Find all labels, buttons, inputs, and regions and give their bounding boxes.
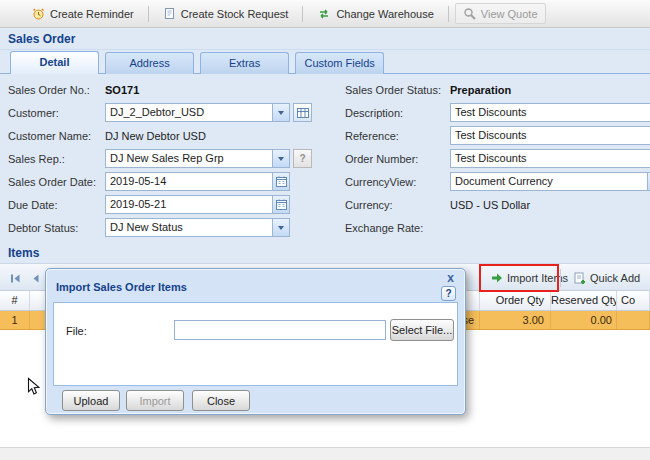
horizontal-scrollbar[interactable] [0,447,650,460]
warehouse-transfer-icon [317,8,331,20]
reminder-icon [32,7,45,20]
create-reminder-label: Create Reminder [50,8,134,20]
file-label: File: [66,325,87,337]
sales-rep-combo[interactable]: DJ New Sales Rep Grp [105,149,290,168]
chevron-down-icon[interactable] [272,219,289,236]
help-icon[interactable]: ? [441,286,456,301]
tab-detail[interactable]: Detail [10,51,99,74]
order-number-value: Test Discounts [451,150,650,167]
import-items-button[interactable]: Import Items [484,267,575,289]
toolbar-separator [148,6,149,22]
toolbar-separator [560,269,561,287]
field-label: CurrencyView: [345,176,450,188]
field-label: Due Date: [8,199,105,211]
row-co-cell [617,311,650,329]
description-value: Test Discounts [451,104,650,121]
description-input[interactable]: Test Discounts [450,103,650,122]
import-button[interactable]: Import [126,390,184,411]
tab-custom-fields[interactable]: Custom Fields [295,52,384,74]
field-row-customer-name: Customer Name: DJ New Debtor USD [8,124,340,147]
quick-add-label: Quick Add [590,272,640,284]
field-row-customer: Customer: DJ_2_Debtor_USD [8,101,340,124]
dialog-title: Import Sales Order Items [56,281,187,293]
field-label: Currency: [345,199,450,211]
field-row-description: Description: Test Discounts [345,101,650,124]
customer-combo[interactable]: DJ_2_Debtor_USD [105,103,290,122]
field-row-order-number: Order Number: Test Discounts [345,147,650,170]
import-icon [491,272,503,284]
form-left-column: Sales Order No.: SO171 Customer: DJ_2_De… [8,78,340,239]
toolbar-separator [302,6,303,22]
field-row-sales-order-date: Sales Order Date: 2019-05-14 [8,170,340,193]
view-quote-button[interactable]: View Quote [455,3,546,24]
paging-first-button[interactable] [6,269,24,287]
row-num-cell: 1 [0,311,30,329]
calendar-icon[interactable] [272,173,289,190]
quick-add-button[interactable]: Quick Add [567,267,647,289]
column-header-order-qty[interactable]: Order Qty [480,291,551,310]
currency-view-combo[interactable]: Document Currency [450,172,650,191]
change-warehouse-button[interactable]: Change Warehouse [309,4,441,24]
field-label: Sales Order Date: [8,176,105,188]
sales-order-status-value: Preparation [450,84,511,96]
field-row-due-date: Due Date: 2019-05-21 [8,193,340,216]
import-items-dialog: Import Sales Order Items x ? File: Selec… [45,268,466,415]
reference-value: Test Discounts [451,127,650,144]
sales-order-date-field[interactable]: 2019-05-14 [105,172,290,191]
due-date-field[interactable]: 2019-05-21 [105,195,290,214]
change-warehouse-label: Change Warehouse [336,8,433,20]
calendar-icon[interactable] [272,196,289,213]
paging-prev-button[interactable] [26,269,44,287]
field-row-currency: Currency: USD - US Dollar [345,193,650,216]
chevron-down-icon[interactable] [272,104,289,121]
field-label: Customer Name: [8,130,105,142]
column-header-co[interactable]: Co [617,291,650,310]
reference-input[interactable]: Test Discounts [450,126,650,145]
create-reminder-button[interactable]: Create Reminder [24,3,142,24]
field-row-reference: Reference: Test Discounts [345,124,650,147]
file-input[interactable] [174,320,386,340]
sales-rep-value: DJ New Sales Rep Grp [106,150,272,167]
magnifier-icon [463,7,476,20]
field-label: Description: [345,107,450,119]
close-button[interactable]: Close [192,390,250,411]
tab-extras[interactable]: Extras [200,52,289,74]
field-row-sales-rep: Sales Rep.: DJ New Sales Rep Grp ? [8,147,340,170]
field-label: Sales Order No.: [8,84,105,96]
top-toolbar: Create Reminder Create Stock Request Cha… [0,0,650,28]
due-date-value: 2019-05-21 [106,196,272,213]
upload-button[interactable]: Upload [62,390,120,411]
view-quote-label: View Quote [481,8,538,20]
sales-rep-help-button[interactable]: ? [293,149,312,168]
row-order-qty-cell: 3.00 [480,311,551,329]
row-reserved-qty-cell: 0.00 [551,311,617,329]
field-row-currency-view: CurrencyView: Document Currency [345,170,650,193]
stock-request-icon [163,7,176,20]
tabstrip: Detail Address Extras Custom Fields [0,51,650,74]
page-title: Sales Order [0,29,650,50]
customer-lookup-button[interactable] [293,103,312,122]
import-items-label: Import Items [507,272,568,284]
column-header-reserved-qty[interactable]: Reserved Qty [551,291,617,310]
create-stock-request-button[interactable]: Create Stock Request [155,3,297,24]
field-row-sales-order-no: Sales Order No.: SO171 [8,78,340,101]
debtor-status-combo[interactable]: DJ New Status [105,218,290,237]
form-right-column: Sales Order Status: Preparation Descript… [345,78,650,239]
customer-name-value: DJ New Debtor USD [105,130,206,142]
items-section-title: Items [0,243,650,263]
dialog-body: File: Select File... [53,302,458,386]
close-icon[interactable]: x [443,271,458,286]
first-page-icon [10,273,21,284]
chevron-down-icon[interactable] [272,150,289,167]
sales-order-screen: Create Reminder Create Stock Request Cha… [0,0,650,460]
prev-page-icon [30,273,41,284]
order-number-input[interactable]: Test Discounts [450,149,650,168]
quick-add-icon [574,272,586,284]
field-label: Order Number: [345,153,450,165]
currency-view-value: Document Currency [451,173,647,190]
field-label: Reference: [345,130,450,142]
select-file-button[interactable]: Select File... [390,319,454,341]
toolbar-separator [448,6,449,22]
column-header-num[interactable]: # [0,291,30,310]
tab-address[interactable]: Address [105,52,194,74]
